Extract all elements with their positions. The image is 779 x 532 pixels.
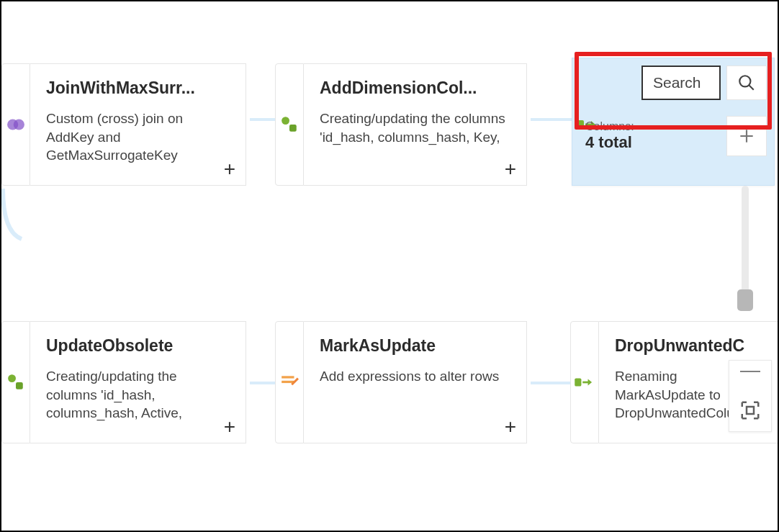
svg-rect-10 <box>16 382 23 389</box>
node-subtitle: Creating/updating the columns 'id_hash, … <box>46 367 230 423</box>
columns-label: Columns: <box>585 120 634 133</box>
svg-point-9 <box>8 374 16 382</box>
svg-point-1 <box>14 119 24 130</box>
svg-rect-4 <box>577 120 584 129</box>
node-title: AddDimensionCol... <box>320 77 510 99</box>
search-icon <box>737 73 756 92</box>
connector-curve <box>1 189 23 246</box>
svg-rect-11 <box>282 376 294 378</box>
node-adddimension[interactable]: AddDimensionCol... Creating/updating the… <box>275 63 527 186</box>
zoom-out-button[interactable] <box>740 371 760 372</box>
node-subtitle: Custom (cross) join on AddKey and GetMax… <box>46 109 230 165</box>
node-title: MarkAsUpdate <box>320 335 510 357</box>
search-label: Search <box>653 74 701 91</box>
node-subtitle: Creating/updating the columns 'id_hash, … <box>320 109 510 146</box>
derive-icon <box>1 321 30 443</box>
zoom-panel <box>729 360 772 432</box>
node-joinwithmax[interactable]: JoinWithMaxSurr... Custom (cross) join o… <box>1 63 246 186</box>
plus-icon <box>737 127 756 145</box>
svg-rect-3 <box>289 125 297 132</box>
svg-line-6 <box>749 85 754 90</box>
dataflow-canvas[interactable]: JoinWithMaxSurr... Custom (cross) join o… <box>0 0 779 532</box>
join-icon <box>1 63 30 186</box>
svg-rect-14 <box>747 407 754 414</box>
scrollbar-thumb[interactable] <box>737 289 753 311</box>
select-icon <box>570 321 599 443</box>
add-branch-button[interactable]: + <box>500 159 521 179</box>
svg-point-2 <box>282 117 289 125</box>
add-column-button[interactable] <box>726 116 767 156</box>
svg-rect-13 <box>575 379 581 387</box>
search-input[interactable]: Search <box>641 66 721 100</box>
add-branch-button[interactable]: + <box>220 159 240 179</box>
add-branch-button[interactable]: + <box>220 417 240 437</box>
search-button[interactable] <box>726 66 767 100</box>
columns-total: 4 total <box>585 133 634 152</box>
node-title: JoinWithMaxSurr... <box>46 77 230 99</box>
derive-icon <box>275 63 304 186</box>
node-updateobsolete[interactable]: UpdateObsolete Creating/updating the col… <box>1 321 246 443</box>
add-branch-button[interactable]: + <box>500 417 521 437</box>
node-selected[interactable]: Search Columns: 4 total <box>572 58 775 186</box>
node-subtitle: Add expressions to alter rows <box>320 367 510 386</box>
zoom-fit-button[interactable] <box>739 400 761 421</box>
node-title: DropUnwantedC <box>615 335 762 357</box>
node-title: UpdateObsolete <box>46 335 230 357</box>
node-markasupdate[interactable]: MarkAsUpdate Add expressions to alter ro… <box>275 321 527 443</box>
svg-point-5 <box>739 76 750 86</box>
alter-row-icon <box>275 321 304 443</box>
scrollbar-track[interactable] <box>742 186 749 301</box>
